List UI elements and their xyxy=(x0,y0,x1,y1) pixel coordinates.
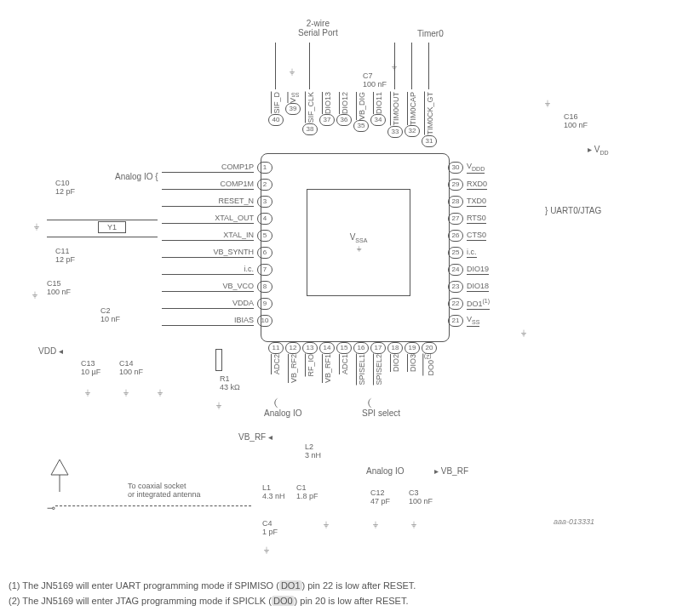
footnotes: (1) The JN5169 will enter UART programmi… xyxy=(9,579,691,608)
gnd-c3: ⏚ xyxy=(411,519,416,528)
pin-37: DIO1337 xyxy=(322,92,332,126)
pin-16: 16SPISEL1 xyxy=(356,342,366,385)
pin-19: 19DIO3 xyxy=(407,342,417,372)
pin-23: 23DIO18 xyxy=(448,281,567,293)
footnote-2: (2) The JN5169 will enter JTAG programmi… xyxy=(9,594,691,609)
pin-32: TIM0CAP32 xyxy=(407,92,417,137)
antenna-note: To coaxial socket or integrated antenna xyxy=(128,482,201,499)
gnd-c14: ⏚ xyxy=(123,387,129,397)
pin-39: VSS39 xyxy=(288,92,298,115)
pin-3: RESET_N3 xyxy=(162,196,273,208)
chip-die: VSSA⏚ xyxy=(307,189,410,296)
analog-io-bottom1: Analog IO xyxy=(264,408,301,418)
vssa-label: VSSA⏚ xyxy=(307,232,410,253)
vdd-left: VDD ◂ xyxy=(38,346,63,356)
pin-8: VB_VCO8 xyxy=(162,281,273,293)
l2: L23 nH xyxy=(305,443,321,460)
gnd-c4: ⏚ xyxy=(264,545,269,554)
serial-port-header: 2-wire Serial Port xyxy=(298,19,338,37)
pin-31: TIM0CK_GT31 xyxy=(424,92,434,147)
c7: C7100 nF xyxy=(363,71,387,89)
pin-29: 29RXD0 xyxy=(448,179,567,191)
c12: C1247 pF xyxy=(370,488,390,505)
pin-40: SIF_D40 xyxy=(271,92,281,126)
doc-number: aaa-013331 xyxy=(554,517,594,526)
c11: C1112 pF xyxy=(55,247,75,264)
c10: C1012 pF xyxy=(55,179,75,196)
gnd-c2-lower: ⏚ xyxy=(158,387,163,397)
pin-17: 17SPISEL2 xyxy=(373,342,383,385)
pin-12: 12VB_RF2 xyxy=(288,342,298,383)
vb-rf-right: ▸ VB_RF xyxy=(434,466,468,476)
pin-10: IBIAS10 xyxy=(162,315,273,327)
c1: C11.8 pF xyxy=(296,483,318,500)
r1: R143 kΩ xyxy=(220,374,240,391)
pin-22: 22DO1(1) xyxy=(448,298,567,310)
gnd-c1l2: ⏚ xyxy=(324,519,329,528)
pin-7: i.c.7 xyxy=(162,264,273,276)
gnd-c12: ⏚ xyxy=(373,519,378,528)
pin-18: 18DIO2 xyxy=(390,342,400,372)
c4: C41 pF xyxy=(262,519,278,536)
pin-38: SIF_CLK38 xyxy=(305,92,315,135)
c2: C210 nF xyxy=(100,306,120,323)
gnd-c13: ⏚ xyxy=(85,387,90,397)
pin-26: 26CTS0 xyxy=(448,230,567,242)
pin-13: 13RF_IO xyxy=(305,342,315,377)
c13: C1310 µF xyxy=(81,359,100,376)
analog-io-left: Analog IO { xyxy=(115,172,158,181)
y1: Y1 xyxy=(98,221,126,233)
pin-2: COMP1M2 xyxy=(162,179,273,191)
pin-11: 11ADC2 xyxy=(271,342,281,374)
pin-15: 15ADC1 xyxy=(339,342,349,374)
timer0-header: Timer0 xyxy=(417,29,444,38)
pin-33: TIM0OUT33 xyxy=(390,92,400,138)
coax-icon: ⊸ xyxy=(47,502,55,514)
footnote-1: (1) The JN5169 will enter UART programmi… xyxy=(9,579,691,594)
pin-30: 30VDDD xyxy=(448,162,567,174)
schematic-diagram: VSSA⏚ COMP1P1 COMP1M2 RESET_N3 XTAL_OUT4… xyxy=(9,9,690,570)
pin-24: 24DIO19 xyxy=(448,264,567,276)
spi-select-label: SPI select xyxy=(362,408,400,418)
pin-5: XTAL_IN5 xyxy=(162,230,273,242)
c16: C16100 nF xyxy=(564,112,588,129)
pin-1: COMP1P1 xyxy=(162,162,273,174)
gnd-c15: ⏚ xyxy=(32,289,37,299)
analog-io-bottom2: Analog IO xyxy=(366,466,404,476)
c3: C3100 nF xyxy=(409,488,433,505)
antenna-icon xyxy=(47,460,72,495)
c14: C14100 nF xyxy=(119,359,143,376)
uart-jtag-label: } UART0/JTAG xyxy=(545,206,601,215)
pin-4: XTAL_OUT4 xyxy=(162,213,273,225)
pin-14: 14VB_RF1 xyxy=(322,342,332,383)
gnd-vss21: ⏚ xyxy=(521,328,526,337)
gnd-r1: ⏚ xyxy=(216,400,221,409)
c15: C15100 nF xyxy=(47,279,71,296)
pin-25: 25i.c. xyxy=(448,247,567,259)
pin-21: 21VSS xyxy=(448,315,567,327)
pin-20: 20DO0(2) xyxy=(424,342,434,376)
gnd-xtal: ⏚ xyxy=(34,221,39,231)
l1: L14.3 nH xyxy=(262,483,285,500)
resistor-icon xyxy=(215,349,222,371)
vb-rf-left: VB_RF ◂ xyxy=(238,432,273,442)
gnd-vss39: ⏚ xyxy=(290,66,295,76)
pin-36: DIO1236 xyxy=(339,92,349,126)
gnd-c16: ⏚ xyxy=(545,98,550,107)
pin-6: VB_SYNTH6 xyxy=(162,247,273,259)
pin-9: VDDA9 xyxy=(162,298,273,310)
vdd-right: ▸ VDD xyxy=(588,145,609,156)
pin-35: VB_DIG35 xyxy=(356,92,366,132)
pin-34: DIO1134 xyxy=(373,92,383,126)
